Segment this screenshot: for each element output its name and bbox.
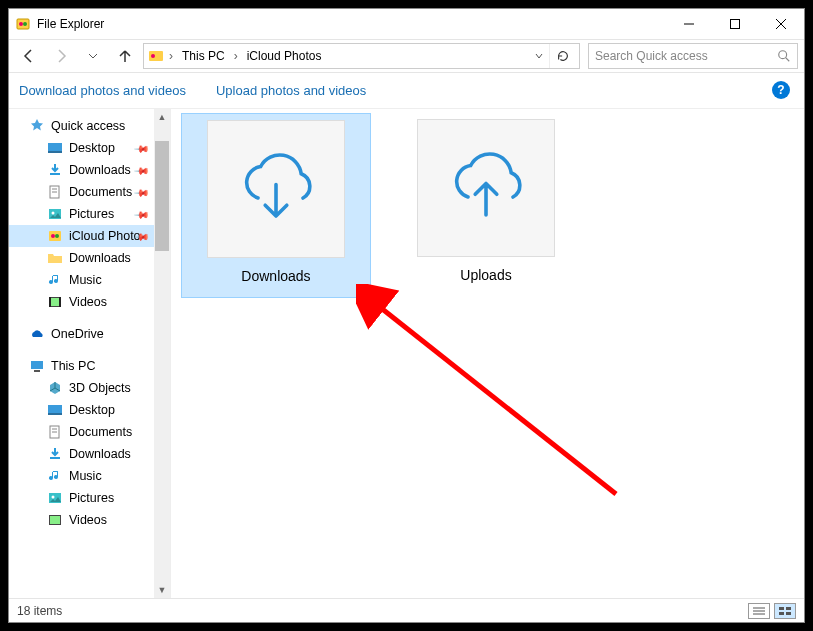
sidebar-item-downloads[interactable]: Downloads📌: [9, 159, 170, 181]
sidebar-scrollbar[interactable]: ▲ ▼: [154, 109, 170, 598]
back-button[interactable]: [15, 43, 43, 69]
tile-label: Downloads: [241, 268, 310, 284]
sidebar-item-quick-access[interactable]: Quick access: [9, 115, 170, 137]
sidebar-item-onedrive[interactable]: OneDrive: [9, 323, 170, 345]
sidebar-item-label: Music: [69, 273, 102, 287]
help-button[interactable]: ?: [772, 81, 790, 99]
sidebar-item-label: iCloud Photo: [69, 229, 141, 243]
sidebar-item-label: Desktop: [69, 141, 115, 155]
svg-rect-44: [779, 612, 784, 615]
recent-dropdown[interactable]: [79, 43, 107, 69]
pc-icon: [29, 358, 45, 374]
breadcrumb-segment[interactable]: This PC: [178, 44, 229, 68]
svg-rect-26: [31, 361, 43, 369]
sidebar-item-icloud-photos[interactable]: iCloud Photo📌: [9, 225, 170, 247]
close-button[interactable]: [758, 9, 804, 39]
svg-rect-33: [50, 457, 60, 459]
icloud-icon: [47, 228, 63, 244]
svg-rect-4: [731, 20, 740, 29]
videos-icon: [47, 294, 63, 310]
pictures-icon: [47, 490, 63, 506]
tile-label: Uploads: [460, 267, 511, 283]
sidebar-item-documents-pc[interactable]: Documents: [9, 421, 170, 443]
sidebar-item-videos-pc[interactable]: Videos: [9, 509, 170, 531]
folder-tile-uploads[interactable]: Uploads: [391, 113, 581, 298]
status-bar: 18 items: [9, 598, 804, 622]
window-title: File Explorer: [37, 17, 104, 31]
sidebar-item-videos[interactable]: Videos: [9, 291, 170, 313]
up-button[interactable]: [111, 43, 139, 69]
refresh-button[interactable]: [549, 43, 575, 69]
sidebar-item-3d-objects[interactable]: 3D Objects: [9, 377, 170, 399]
svg-rect-45: [786, 612, 791, 615]
search-input[interactable]: [595, 49, 765, 63]
scroll-down-icon[interactable]: ▼: [154, 582, 170, 598]
sidebar-item-this-pc[interactable]: This PC: [9, 355, 170, 377]
star-icon: [29, 118, 45, 134]
search-icon[interactable]: [777, 49, 791, 63]
svg-rect-23: [50, 298, 60, 306]
sidebar-item-label: This PC: [51, 359, 95, 373]
upload-photos-link[interactable]: Upload photos and videos: [216, 83, 366, 98]
sidebar-item-label: Documents: [69, 425, 132, 439]
music-icon: [47, 468, 63, 484]
sidebar-item-pictures[interactable]: Pictures📌: [9, 203, 170, 225]
download-photos-link[interactable]: Download photos and videos: [19, 83, 186, 98]
downloads-icon: [47, 162, 63, 178]
chevron-right-icon[interactable]: ›: [166, 49, 176, 63]
view-large-icons-button[interactable]: [774, 603, 796, 619]
navbar: › This PC › iCloud Photos: [9, 39, 804, 73]
sidebar-item-music-pc[interactable]: Music: [9, 465, 170, 487]
pin-icon: 📌: [134, 184, 150, 200]
sidebar-item-documents[interactable]: Documents📌: [9, 181, 170, 203]
location-icon: [148, 48, 164, 64]
sidebar-item-label: Music: [69, 469, 102, 483]
music-icon: [47, 272, 63, 288]
sidebar-item-desktop-pc[interactable]: Desktop: [9, 399, 170, 421]
maximize-button[interactable]: [712, 9, 758, 39]
cloud-upload-icon: [417, 119, 555, 257]
3d-icon: [47, 380, 63, 396]
downloads-icon: [47, 446, 63, 462]
svg-rect-11: [48, 143, 62, 151]
desktop-icon: [47, 140, 63, 156]
sidebar-item-music[interactable]: Music: [9, 269, 170, 291]
pin-icon: 📌: [134, 162, 150, 178]
view-details-button[interactable]: [748, 603, 770, 619]
videos-icon: [47, 512, 63, 528]
cloud-download-icon: [207, 120, 345, 258]
svg-rect-43: [786, 607, 791, 610]
pin-icon: 📌: [134, 206, 150, 222]
svg-point-35: [52, 496, 55, 499]
minimize-button[interactable]: [666, 9, 712, 39]
svg-rect-29: [48, 413, 62, 415]
pin-icon: 📌: [134, 140, 150, 156]
svg-rect-28: [48, 405, 62, 413]
breadcrumb-segment[interactable]: iCloud Photos: [243, 44, 326, 68]
folder-tile-downloads[interactable]: Downloads: [181, 113, 371, 298]
nav-tree: Quick access Desktop📌 Downloads📌 Documen…: [9, 109, 171, 598]
app-icon: [15, 16, 31, 32]
svg-rect-27: [34, 370, 40, 372]
svg-line-10: [786, 58, 790, 62]
forward-button[interactable]: [47, 43, 75, 69]
search-box[interactable]: [588, 43, 798, 69]
content-pane[interactable]: Downloads Uploads: [171, 109, 804, 598]
scrollbar-thumb[interactable]: [155, 141, 169, 251]
svg-point-21: [55, 234, 59, 238]
svg-rect-42: [779, 607, 784, 610]
sidebar-item-label: Documents: [69, 185, 132, 199]
sidebar-item-downloads-folder[interactable]: Downloads: [9, 247, 170, 269]
scroll-up-icon[interactable]: ▲: [154, 109, 170, 125]
pictures-icon: [47, 206, 63, 222]
sidebar-item-pictures-pc[interactable]: Pictures: [9, 487, 170, 509]
sidebar-item-downloads-pc[interactable]: Downloads: [9, 443, 170, 465]
chevron-right-icon[interactable]: ›: [231, 49, 241, 63]
sidebar-item-label: Videos: [69, 513, 107, 527]
sidebar-item-desktop[interactable]: Desktop📌: [9, 137, 170, 159]
address-bar[interactable]: › This PC › iCloud Photos: [143, 43, 580, 69]
svg-rect-37: [50, 516, 60, 524]
sidebar-item-label: Downloads: [69, 447, 131, 461]
onedrive-icon: [29, 326, 45, 342]
address-dropdown[interactable]: [531, 52, 547, 60]
